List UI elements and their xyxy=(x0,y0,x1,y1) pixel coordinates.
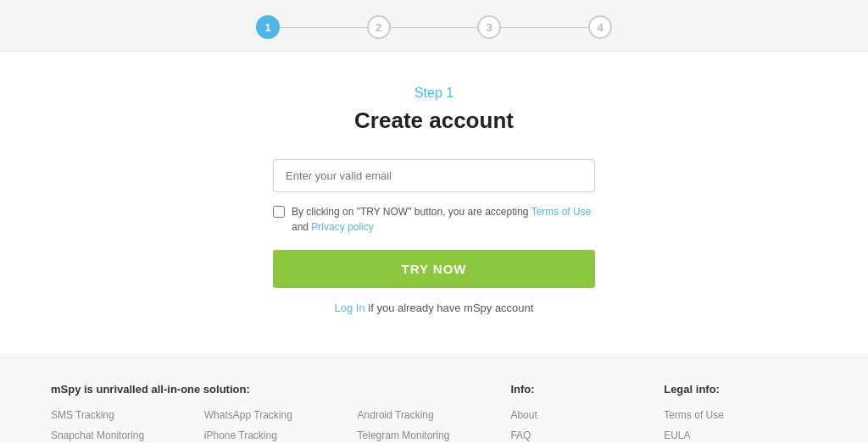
footer-link-item[interactable]: FAQ xyxy=(510,428,664,443)
footer-link-item[interactable]: SMS Tracking xyxy=(51,407,204,424)
step-4-circle: 4 xyxy=(588,15,612,39)
footer-link-columns: SMS TrackingSnapchat MonitoringmSpy With… xyxy=(51,407,510,443)
footer-col-2: WhatsApp TrackingiPhone TrackingTinder M… xyxy=(204,407,358,443)
terms-of-use-link[interactable]: Terms of Use xyxy=(531,206,592,218)
footer-link-item[interactable]: Terms of Use xyxy=(664,407,817,424)
step-1-circle: 1 xyxy=(256,15,280,39)
try-now-button[interactable]: TRY NOW xyxy=(273,250,595,288)
footer-intro: mSpy is unrivalled all-in-one solution: xyxy=(51,383,510,396)
footer-link-item[interactable]: Android Tracking xyxy=(358,407,511,424)
step-2-circle: 2 xyxy=(367,15,391,39)
footer-legal: Legal info: Terms of UseEULAPrivacy poli… xyxy=(664,383,817,443)
step-label: Step 1 xyxy=(17,86,851,101)
footer-link-item[interactable]: WhatsApp Tracking xyxy=(204,407,358,424)
terms-text: By clicking on "TRY NOW" button, you are… xyxy=(292,204,595,235)
footer-link-item[interactable]: Snapchat Monitoring xyxy=(51,428,204,443)
page-title: Create account xyxy=(17,108,851,134)
footer-legal-links: Terms of UseEULAPrivacy policyRefund pol… xyxy=(664,407,817,443)
footer-col-1: SMS TrackingSnapchat MonitoringmSpy With… xyxy=(51,407,204,443)
footer-link-item[interactable]: iPhone Tracking xyxy=(204,428,358,443)
footer-info: Info: AboutFAQBlogHow mSpy WorksmSpy Rev… xyxy=(510,383,664,443)
footer-info-links: AboutFAQBlogHow mSpy WorksmSpy ReviewsAf… xyxy=(510,407,664,443)
footer-link-item[interactable]: EULA xyxy=(664,428,817,443)
step-3-circle: 3 xyxy=(477,15,501,39)
footer-info-title: Info: xyxy=(510,383,664,396)
login-link[interactable]: Log In xyxy=(335,302,365,314)
footer-link-item[interactable]: Telegram Monitoring xyxy=(358,428,511,443)
footer-main: mSpy is unrivalled all-in-one solution: … xyxy=(51,383,510,443)
form-container: By clicking on "TRY NOW" button, you are… xyxy=(273,159,595,314)
login-text: Log In if you already have mSpy account xyxy=(273,302,595,314)
step-line-2 xyxy=(391,27,478,28)
progress-steps: 1 2 3 4 xyxy=(256,15,612,39)
email-input[interactable] xyxy=(273,159,595,192)
footer-legal-title: Legal info: xyxy=(664,383,817,396)
step-line-1 xyxy=(280,27,367,28)
footer-link-item[interactable]: About xyxy=(510,407,664,424)
step-line-3 xyxy=(501,27,588,28)
terms-checkbox[interactable] xyxy=(273,206,285,218)
terms-row: By clicking on "TRY NOW" button, you are… xyxy=(273,204,595,235)
privacy-policy-link[interactable]: Privacy policy xyxy=(311,221,373,233)
footer: mSpy is unrivalled all-in-one solution: … xyxy=(0,357,868,443)
main-content: Step 1 Create account By clicking on "TR… xyxy=(0,52,868,357)
progress-bar: 1 2 3 4 xyxy=(0,0,868,52)
footer-col-3: Android TrackingTelegram MonitoringFaceb… xyxy=(358,407,511,443)
